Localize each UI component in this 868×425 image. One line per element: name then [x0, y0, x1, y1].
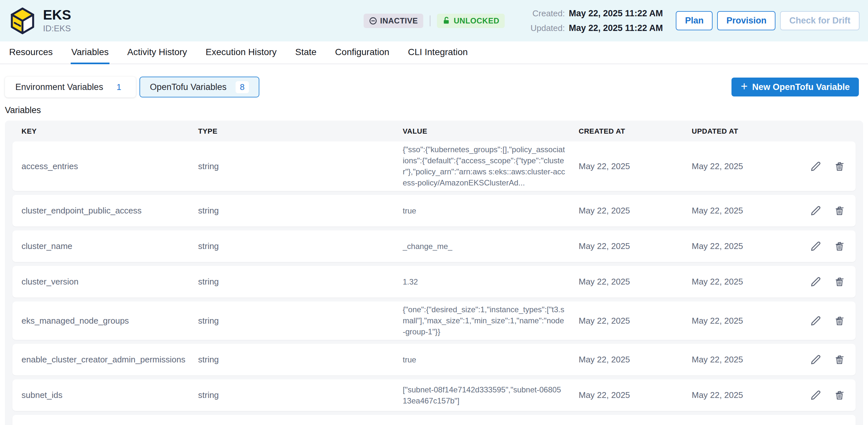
trash-icon — [834, 276, 845, 287]
plus-icon: + — [741, 81, 747, 92]
tab-state[interactable]: State — [294, 41, 317, 64]
edit-variable-button[interactable] — [809, 239, 823, 253]
trash-icon — [834, 241, 845, 252]
title-block: EKS ID:EKS — [43, 8, 71, 34]
tab-execution-history[interactable]: Execution History — [205, 41, 277, 64]
variable-updated-at: May 22, 2025 — [692, 390, 809, 400]
trash-icon — [834, 205, 845, 216]
row-actions — [809, 204, 846, 218]
page-title: EKS — [43, 8, 71, 22]
variable-value: 1.32 — [403, 276, 570, 287]
variable-value: true — [403, 354, 570, 365]
delete-variable-button[interactable] — [833, 275, 846, 289]
new-opentofu-variable-button[interactable]: + New OpenTofu Variable — [732, 78, 859, 96]
trash-icon — [834, 315, 845, 327]
row-actions — [809, 388, 846, 402]
tab-configuration[interactable]: Configuration — [334, 41, 390, 64]
variable-type: string — [198, 161, 403, 172]
delete-variable-button[interactable] — [833, 388, 846, 402]
column-header-key: KEY — [22, 127, 198, 135]
pencil-icon — [810, 354, 822, 365]
header-right: Created: May 22, 2025 11:22 AM Updated: … — [505, 8, 860, 33]
variable-type: string — [198, 241, 403, 251]
updated-row: Updated: May 22, 2025 11:22 AM — [530, 23, 663, 33]
variable-tab-opentofu-variables[interactable]: OpenTofu Variables8 — [140, 77, 259, 97]
section-title: Variables — [5, 105, 868, 115]
timestamps: Created: May 22, 2025 11:22 AM Updated: … — [530, 8, 663, 33]
header-actions: Plan Provision Check for Drift — [676, 11, 860, 30]
edit-variable-button[interactable] — [809, 204, 823, 218]
column-header-type: TYPE — [198, 127, 403, 135]
variable-key: cluster_version — [22, 277, 198, 287]
row-actions — [809, 353, 846, 367]
delete-variable-button[interactable] — [833, 159, 846, 173]
row-actions — [809, 314, 846, 328]
status-badge: INACTIVE — [364, 14, 423, 28]
delete-variable-button[interactable] — [833, 239, 846, 253]
variable-tab-environment-variables[interactable]: Environment Variables1 — [5, 77, 136, 97]
pencil-icon — [810, 276, 822, 287]
header-left: EKS ID:EKS — [8, 7, 364, 35]
delete-variable-button[interactable] — [833, 353, 846, 367]
delete-variable-button[interactable] — [833, 314, 846, 328]
tab-activity-history[interactable]: Activity History — [127, 41, 188, 64]
variable-value: _change_me_ — [403, 241, 570, 252]
edit-variable-button[interactable] — [809, 275, 823, 289]
check-for-drift-button[interactable]: Check for Drift — [780, 11, 860, 30]
provision-button[interactable]: Provision — [717, 11, 775, 30]
variable-type: string — [198, 277, 403, 287]
variables-table: KEY TYPE VALUE CREATED AT UPDATED AT acc… — [5, 121, 863, 425]
variable-tab-label: OpenTofu Variables — [150, 82, 226, 92]
variable-key: eks_managed_node_groups — [22, 316, 198, 326]
edit-variable-button[interactable] — [809, 424, 823, 425]
column-header-updated-at: UPDATED AT — [692, 127, 846, 135]
badge-divider — [430, 15, 430, 26]
row-actions — [809, 424, 846, 425]
trash-icon — [834, 354, 845, 365]
new-opentofu-variable-label: New OpenTofu Variable — [752, 82, 850, 92]
variable-type: string — [198, 316, 403, 326]
edit-variable-button[interactable] — [809, 159, 823, 173]
column-header-created-at: CREATED AT — [579, 127, 692, 135]
variable-value: ["subnet-08f14e7142d333595","subnet-0680… — [403, 384, 570, 406]
variable-type: string — [198, 390, 403, 400]
variable-value: {"sso":{"kubernetes_groups":[],"policy_a… — [403, 144, 570, 188]
environment-tab-bar: ResourcesVariablesActivity HistoryExecut… — [0, 41, 868, 64]
variable-type-tabs: Environment Variables1OpenTofu Variables… — [5, 77, 732, 97]
variable-tab-label: Environment Variables — [15, 82, 103, 92]
circle-minus-icon — [369, 17, 377, 25]
variable-updated-at: May 22, 2025 — [692, 277, 809, 287]
updated-label: Updated: — [530, 23, 565, 33]
plan-button[interactable]: Plan — [676, 11, 713, 30]
opentofu-cube-logo — [8, 7, 36, 35]
variable-key: subnet_ids — [22, 390, 198, 400]
table-row: enable_cluster_creator_admin_permissions… — [12, 344, 856, 375]
pencil-icon — [810, 205, 822, 216]
variable-tabs-row: Environment Variables1OpenTofu Variables… — [0, 64, 868, 97]
variable-created-at: May 22, 2025 — [579, 355, 692, 365]
delete-variable-button[interactable] — [833, 424, 846, 425]
variable-type: string — [198, 206, 403, 216]
variable-updated-at: May 22, 2025 — [692, 355, 809, 365]
variable-created-at: May 22, 2025 — [579, 277, 692, 287]
variable-value: {"one":{"desired_size":1,"instance_types… — [403, 304, 570, 337]
tab-variables[interactable]: Variables — [71, 41, 110, 64]
table-row: cluster_version string 1.32 May 22, 2025… — [12, 266, 856, 298]
tab-resources[interactable]: Resources — [8, 41, 54, 64]
edit-variable-button[interactable] — [809, 314, 823, 328]
status-badges: INACTIVE UNLOCKED — [364, 14, 505, 28]
edit-variable-button[interactable] — [809, 353, 823, 367]
row-actions — [809, 159, 846, 173]
pencil-icon — [810, 161, 822, 172]
environment-id: ID:EKS — [43, 24, 71, 34]
pencil-icon — [810, 315, 822, 327]
delete-variable-button[interactable] — [833, 204, 846, 218]
table-row: cluster_endpoint_public_access string tr… — [12, 195, 856, 226]
tab-cli-integration[interactable]: CLI Integration — [407, 41, 468, 64]
created-row: Created: May 22, 2025 11:22 AM — [530, 8, 663, 19]
edit-variable-button[interactable] — [809, 388, 823, 402]
variable-updated-at: May 22, 2025 — [692, 316, 809, 326]
table-header-row: KEY TYPE VALUE CREATED AT UPDATED AT — [12, 121, 856, 142]
unlocked-padlock-icon — [442, 16, 451, 25]
environment-header: EKS ID:EKS INACTIVE UNLOCKED Created: Ma… — [0, 0, 868, 41]
